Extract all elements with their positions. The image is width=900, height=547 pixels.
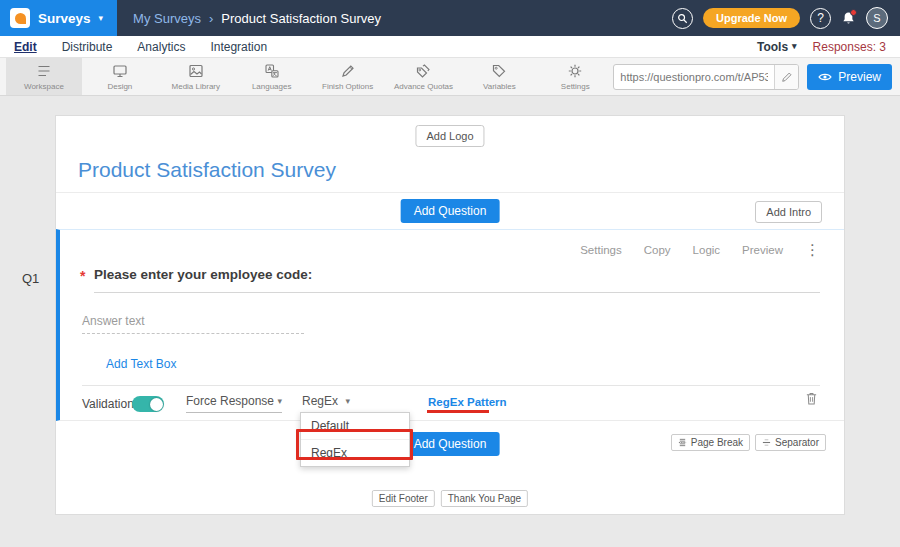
chevron-down-icon: ▾ [345,397,350,406]
thank-you-page-button[interactable]: Thank You Page [441,490,528,507]
answer-input-underline [82,333,304,334]
survey-title[interactable]: Product Satisfaction Survey [78,158,336,182]
responses-count[interactable]: Responses: 3 [813,40,886,54]
toolbar-item-media-library[interactable]: Media Library [158,58,234,95]
toolbar-item-design[interactable]: Design [82,58,158,95]
survey-card: Add Logo Product Satisfaction Survey Add… [55,115,845,515]
finish-options-icon [340,63,356,79]
survey-url-box [613,64,799,90]
required-asterisk: * [80,268,85,284]
question-logic-link[interactable]: Logic [693,244,721,256]
upgrade-now-button[interactable]: Upgrade Now [703,8,800,28]
toolbar-item-finish-options[interactable]: Finish Options [310,58,386,95]
validation-toggle[interactable] [132,396,164,412]
add-question-button-bottom[interactable]: Add Question [401,432,500,456]
trash-icon[interactable] [805,391,818,410]
pencil-icon [781,71,793,83]
brand-label: Surveys [38,11,91,26]
divider [56,192,844,193]
separator-icon [762,438,771,447]
breadcrumb: My Surveys › Product Satisfaction Survey [133,11,381,26]
divider [82,385,820,386]
breadcrumb-my-surveys[interactable]: My Surveys [133,11,201,26]
questionpro-logo [10,8,30,28]
regex-pattern-link[interactable]: RegEx Pattern [428,396,507,408]
force-response-dropdown[interactable]: Force Response ▾ [186,394,282,413]
tab-analytics[interactable]: Analytics [137,40,185,54]
question-number: Q1 [22,271,39,286]
question-settings-link[interactable]: Settings [580,244,622,256]
add-logo-button[interactable]: Add Logo [415,125,484,147]
add-question-button-top[interactable]: Add Question [401,199,500,223]
tools-label: Tools [757,40,788,54]
avatar[interactable]: S [866,7,888,29]
question-actions: Settings Copy Logic Preview ⋮ [580,241,820,259]
preview-button[interactable]: Preview [807,64,892,90]
chevron-down-icon: ▾ [277,397,282,406]
validation-type-menu: Default RegEx [300,412,410,467]
separator-button[interactable]: Separator [755,434,826,451]
tab-bar: Edit Distribute Analytics Integration To… [0,36,900,58]
menu-item-regex[interactable]: RegEx [301,440,409,466]
add-intro-button[interactable]: Add Intro [755,201,822,223]
survey-url-input[interactable] [614,71,774,83]
tools-menu[interactable]: Tools ▾ [757,40,797,54]
editor-toolbar: Workspace Design Media Library Languages… [0,58,900,96]
media-library-icon [188,63,204,79]
search-icon[interactable] [672,8,693,29]
advance-quotas-icon [415,63,431,79]
chevron-down-icon: ▾ [99,14,104,23]
navbar-actions: Upgrade Now ? S [672,7,900,29]
top-navbar: Surveys ▾ My Surveys › Product Satisfact… [0,0,900,36]
question-text[interactable]: Please enter your employee code: [94,267,820,293]
notification-badge [850,9,857,16]
toolbar-item-languages[interactable]: Languages [234,58,310,95]
toolbar-item-advance-quotas[interactable]: Advance Quotas [386,58,462,95]
logo-bubble-icon [15,13,26,24]
edit-footer-button[interactable]: Edit Footer [372,490,435,507]
question-copy-link[interactable]: Copy [644,244,671,256]
chevron-down-icon: ▾ [792,42,797,51]
page-break-icon [678,438,687,447]
toggle-knob [150,398,163,411]
tab-integration[interactable]: Integration [210,40,267,54]
answer-text-placeholder[interactable]: Answer text [82,314,145,328]
menu-item-default[interactable]: Default [301,413,409,440]
toolbar-item-variables[interactable]: Variables [461,58,537,95]
surveys-product-menu[interactable]: Surveys ▾ [0,0,117,36]
tab-distribute[interactable]: Distribute [62,40,113,54]
add-text-box-link[interactable]: Add Text Box [106,357,177,371]
design-icon [112,63,128,79]
languages-icon [264,63,280,79]
question-block: Settings Copy Logic Preview ⋮ * Please e… [56,229,844,421]
toolbar-item-workspace[interactable]: Workspace [6,58,82,95]
workspace-icon [36,63,52,79]
notifications-bell-icon[interactable] [841,11,856,26]
edit-url-button[interactable] [774,64,798,90]
help-icon[interactable]: ? [810,8,831,29]
breadcrumb-separator-icon: › [209,11,213,26]
validation-type-dropdown[interactable]: RegEx ▾ [302,394,350,413]
tab-edit[interactable]: Edit [14,40,37,54]
breadcrumb-current-survey: Product Satisfaction Survey [221,11,381,26]
validation-label: Validation [82,397,134,411]
question-preview-link[interactable]: Preview [742,244,783,256]
eye-icon [818,72,832,82]
settings-icon [567,63,583,79]
toolbar-item-settings[interactable]: Settings [537,58,613,95]
kebab-menu-icon[interactable]: ⋮ [805,241,820,259]
page-break-button[interactable]: Page Break [671,434,750,451]
variables-icon [491,63,507,79]
